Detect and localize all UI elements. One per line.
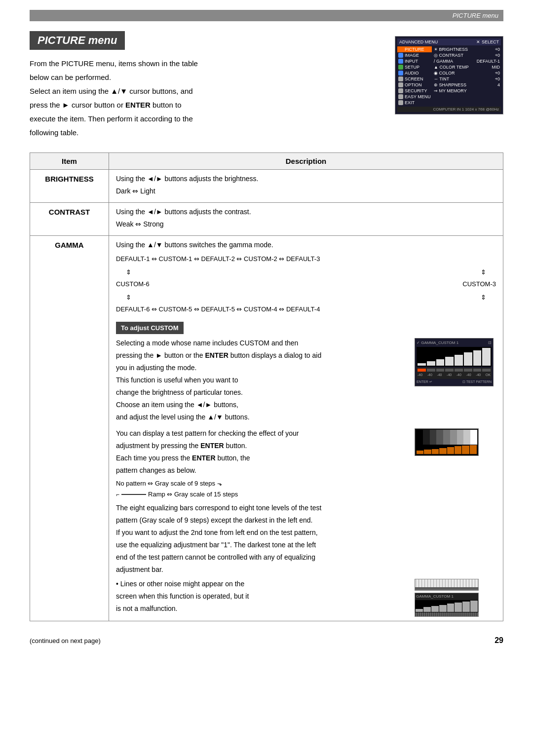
intro-line5: execute the item. Then perform it accord… — [30, 113, 380, 125]
gamma-seq-custom-row: CUSTOM-6 CUSTOM-3 — [116, 278, 496, 290]
menu-item-security: SECURITY — [397, 88, 432, 94]
menu-item-easymenu: EASY MENU — [397, 94, 432, 100]
menu-right-brightness: ☀ BRIGHTNESS+0 — [433, 46, 501, 52]
title-left: PICTURE menu From the PICTURE menu, item… — [30, 31, 380, 141]
gamma-slider-labels: -40 -40 -40 -40 -40 -40 -40 OK — [418, 373, 491, 378]
test-pattern-text: You can display a test pattern for check… — [116, 428, 410, 503]
page-title-box: PICTURE menu — [30, 31, 125, 50]
equal-bars-desc1: The eight equalizing bars correspond to … — [116, 503, 496, 513]
intro-line6: following table. — [30, 127, 380, 139]
noise-pattern-top — [415, 579, 478, 587]
custom-adjust-box: To adjust CUSTOM — [116, 322, 184, 335]
noise-img-container: GAMMA_CUSTOM 1 — [415, 579, 496, 617]
menu-right-contrast: ◎ CONTRAST+0 — [433, 52, 501, 58]
test-desc2: adjustment by pressing the ENTER button. — [116, 441, 410, 451]
top-header: PICTURE menu — [30, 10, 503, 21]
gamma-bar-7 — [473, 350, 482, 366]
intro-text: From the PICTURE menu, items shown in th… — [30, 58, 380, 139]
equal-bars-desc2: pattern (Gray scale of 9 steps) except t… — [116, 515, 496, 526]
gamma-intro: Using the ▲/▼ buttons switches the gamma… — [116, 240, 496, 250]
menu-top-left: ADVANCED MENU — [399, 39, 438, 44]
gamma-slider-2 — [427, 369, 435, 372]
noise-top-img — [415, 579, 479, 591]
gamma-bar-4 — [445, 357, 454, 366]
noise-bars — [415, 600, 478, 612]
col-desc-header: Description — [109, 153, 503, 170]
custom-desc5: change the brightness of particular tone… — [116, 387, 410, 398]
noise-section: • Lines or other noise might appear on t… — [116, 579, 496, 617]
gamma-sliders-row — [418, 369, 491, 372]
page-footer: (continued on next page) 29 — [30, 636, 503, 645]
menu-icon-setup — [398, 65, 403, 70]
no-pattern-text: No pattern ⇔ Gray scale of 9 steps — [116, 479, 215, 489]
gamma-label: GAMMA — [55, 241, 83, 249]
gamma-bar-2 — [427, 361, 435, 366]
noise-line-img — [415, 589, 478, 590]
continued-text: (continued on next page) — [30, 637, 101, 644]
test-pattern-img-container — [415, 428, 496, 503]
desc-brightness: Using the ◄/► buttons adjusts the bright… — [109, 170, 503, 203]
custom-desc4: This function is useful when you want to — [116, 375, 410, 385]
gamma-sequence: DEFAULT-1 ⇔ CUSTOM-1 ⇔ DEFAULT-2 ⇔ CUSTO… — [116, 253, 496, 315]
menu-right-color: ◉ COLOR+0 — [433, 70, 501, 76]
equal-bars-desc4: use the equalizing adjustment bar "1". T… — [116, 540, 496, 550]
page-container: PICTURE menu PICTURE menu From the PICTU… — [0, 0, 533, 756]
menu-item-setup: SETUP — [397, 64, 432, 70]
table-header-row: Item Description — [30, 153, 503, 170]
gamma-custom-section: Selecting a mode whose name includes CUS… — [116, 338, 496, 424]
menu-right-sharpness: ⊕ SHARPNESS4 — [433, 82, 501, 88]
gamma-slider-6 — [464, 369, 472, 372]
ramp-line — [121, 494, 146, 495]
test-desc3: Each time you press the ENTER button, th… — [116, 453, 410, 463]
intro-line2: below can be performed. — [30, 72, 380, 83]
menu-icon-image — [398, 53, 403, 58]
menu-items-container: PICTURE IMAGE INPUT SETUP — [397, 46, 501, 106]
desc-gamma: Using the ▲/▼ buttons switches the gamma… — [109, 236, 503, 621]
gamma-seq-line2: DEFAULT-6 ⇔ CUSTOM-5 ⇔ DEFAULT-5 ⇔ CUSTO… — [116, 303, 496, 315]
gamma-seq-arrows1: ⇕ ⇕ — [126, 266, 486, 278]
table-row-gamma: GAMMA Using the ▲/▼ buttons switches the… — [30, 236, 503, 621]
menu-icon-input — [398, 59, 403, 64]
gamma-enter-label: ENTER ↵ ⊡ TEST PATTERN — [417, 379, 492, 385]
menu-top-right: ✕ SELECT — [476, 39, 499, 44]
gamma-bar-8 — [482, 348, 491, 366]
no-pattern-row: No pattern ⇔ Gray scale of 9 steps ⬎ — [116, 479, 410, 489]
gamma-slider-7 — [473, 369, 482, 372]
gamma-sliders-area: -40 -40 -40 -40 -40 -40 -40 OK — [417, 368, 492, 379]
menu-item-screen: SCREEN — [397, 76, 432, 82]
custom-desc1: Selecting a mode whose name includes CUS… — [116, 338, 410, 348]
contrast-line1: Using the ◄/► buttons adjusts the contra… — [116, 207, 496, 217]
gamma-bar-1 — [418, 363, 426, 366]
desc-gamma-content: Using the ▲/▼ buttons switches the gamma… — [116, 240, 496, 617]
gamma-bar-3 — [436, 359, 445, 366]
menu-icon-audio — [398, 71, 403, 76]
menu-icon-option — [398, 82, 403, 87]
noise-bottom-img: GAMMA_CUSTOM 1 — [415, 593, 479, 617]
gamma-seq-arrows2: ⇕ ⇕ — [126, 292, 486, 303]
noise-line2: screen when this function is operated, b… — [116, 591, 410, 602]
menu-right-gamma: / GAMMADEFAULT-1 — [433, 58, 501, 64]
menu-item-picture: PICTURE — [397, 46, 432, 52]
noise-bottom-label: GAMMA_CUSTOM 1 — [415, 593, 478, 600]
menu-item-audio: AUDIO — [397, 70, 432, 76]
menu-icon-screen — [398, 76, 403, 81]
desc-brightness-content: Using the ◄/► buttons adjusts the bright… — [116, 174, 496, 196]
brightness-line2: Dark ⇔ Light — [116, 186, 496, 196]
header-label: PICTURE menu — [453, 12, 498, 19]
noise-line3: is not a malfunction. — [116, 604, 410, 614]
desc-contrast: Using the ◄/► buttons adjusts the contra… — [109, 203, 503, 236]
gamma-slider-5 — [455, 369, 463, 372]
menu-bottom-bar: COMPUTER IN 1 1024 x 768 @60Hz — [397, 107, 501, 112]
gamma-slider-8 — [482, 369, 491, 372]
menu-right-colortemp: ▲ COLOR TEMPMID — [433, 64, 501, 70]
gamma-slider-3 — [436, 369, 445, 372]
custom-desc6: Choose an item using the ◄/► buttons, — [116, 400, 410, 410]
main-table: Item Description BRIGHTNESS Using the ◄/… — [30, 152, 503, 621]
title-section: PICTURE menu From the PICTURE menu, item… — [30, 31, 503, 141]
desc-contrast-content: Using the ◄/► buttons adjusts the contra… — [116, 207, 496, 229]
gamma-dialog-mockup: ✓ GAMMA_CUSTOM 1 ⊡ — [415, 338, 496, 424]
custom-desc2: pressing the ► button or the ENTER butto… — [116, 350, 410, 361]
custom-desc7: and adjust the level using the ▲/▼ butto… — [116, 412, 410, 422]
table-row-contrast: CONTRAST Using the ◄/► buttons adjusts t… — [30, 203, 503, 236]
equal-bars-desc6: adjustment bar. — [116, 565, 496, 575]
